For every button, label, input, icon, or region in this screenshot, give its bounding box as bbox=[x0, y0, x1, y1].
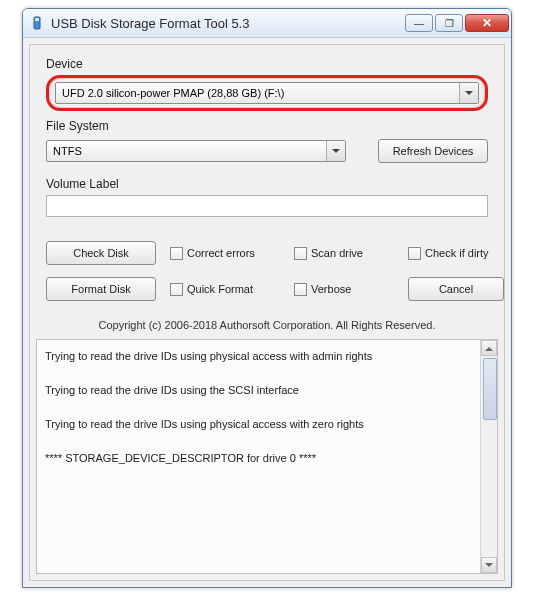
log-line: Trying to read the drive IDs using physi… bbox=[45, 350, 489, 362]
scrollbar[interactable] bbox=[480, 340, 497, 573]
checkbox-icon bbox=[294, 283, 307, 296]
device-combo[interactable]: UFD 2.0 silicon-power PMAP (28,88 GB) (F… bbox=[55, 82, 479, 104]
device-highlight: UFD 2.0 silicon-power PMAP (28,88 GB) (F… bbox=[46, 75, 488, 111]
maximize-button[interactable]: ❐ bbox=[435, 14, 463, 32]
format-disk-button[interactable]: Format Disk bbox=[46, 277, 156, 301]
checkbox-icon bbox=[170, 247, 183, 260]
svg-rect-1 bbox=[35, 18, 39, 21]
checkbox-icon bbox=[408, 247, 421, 260]
correct-errors-checkbox[interactable]: Correct errors bbox=[170, 247, 280, 260]
checkbox-label: Quick Format bbox=[187, 283, 253, 295]
filesystem-label: File System bbox=[46, 119, 488, 133]
filesystem-selected-text: NTFS bbox=[47, 145, 326, 157]
app-window: USB Disk Storage Format Tool 5.3 — ❐ ✕ D… bbox=[22, 8, 512, 588]
copyright-text: Copyright (c) 2006-2018 Authorsoft Corpo… bbox=[46, 319, 488, 331]
refresh-devices-button[interactable]: Refresh Devices bbox=[378, 139, 488, 163]
device-selected-text: UFD 2.0 silicon-power PMAP (28,88 GB) (F… bbox=[56, 87, 459, 99]
checkbox-label: Correct errors bbox=[187, 247, 255, 259]
scroll-up-icon[interactable] bbox=[481, 340, 497, 356]
close-button[interactable]: ✕ bbox=[465, 14, 509, 32]
window-title: USB Disk Storage Format Tool 5.3 bbox=[51, 16, 403, 31]
log-textarea[interactable]: Trying to read the drive IDs using physi… bbox=[36, 339, 498, 574]
log-line: Trying to read the drive IDs using physi… bbox=[45, 418, 489, 430]
quick-format-checkbox[interactable]: Quick Format bbox=[170, 283, 280, 296]
window-controls: — ❐ ✕ bbox=[403, 14, 509, 32]
scrollbar-thumb[interactable] bbox=[483, 358, 497, 420]
checkbox-label: Check if dirty bbox=[425, 247, 489, 259]
chevron-down-icon[interactable] bbox=[459, 83, 478, 103]
volume-label-label: Volume Label bbox=[46, 177, 488, 191]
verbose-checkbox[interactable]: Verbose bbox=[294, 283, 394, 296]
device-label: Device bbox=[46, 57, 488, 71]
log-line: **** STORAGE_DEVICE_DESCRIPTOR for drive… bbox=[45, 452, 489, 464]
checkbox-label: Verbose bbox=[311, 283, 351, 295]
scroll-down-icon[interactable] bbox=[481, 557, 497, 573]
log-line: Trying to read the drive IDs using the S… bbox=[45, 384, 489, 396]
checkbox-icon bbox=[170, 283, 183, 296]
titlebar[interactable]: USB Disk Storage Format Tool 5.3 — ❐ ✕ bbox=[23, 9, 511, 38]
client-area: Device UFD 2.0 silicon-power PMAP (28,88… bbox=[29, 44, 505, 581]
scan-drive-checkbox[interactable]: Scan drive bbox=[294, 247, 394, 260]
check-if-dirty-checkbox[interactable]: Check if dirty bbox=[408, 247, 504, 260]
app-icon bbox=[29, 15, 45, 31]
minimize-button[interactable]: — bbox=[405, 14, 433, 32]
check-disk-button[interactable]: Check Disk bbox=[46, 241, 156, 265]
chevron-down-icon[interactable] bbox=[326, 141, 345, 161]
form-area: Device UFD 2.0 silicon-power PMAP (28,88… bbox=[30, 45, 504, 339]
volume-label-input[interactable] bbox=[46, 195, 488, 217]
checkbox-icon bbox=[294, 247, 307, 260]
checkbox-label: Scan drive bbox=[311, 247, 363, 259]
cancel-button[interactable]: Cancel bbox=[408, 277, 504, 301]
filesystem-combo[interactable]: NTFS bbox=[46, 140, 346, 162]
